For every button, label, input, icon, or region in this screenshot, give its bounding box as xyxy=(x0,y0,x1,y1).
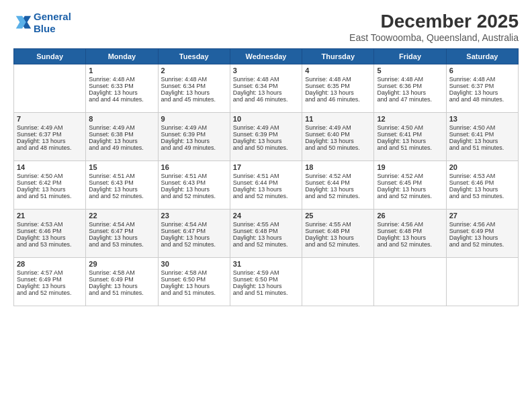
subtitle: East Toowoomba, Queensland, Australia xyxy=(349,32,519,43)
header: General Blue December 2025 East Toowoomb… xyxy=(13,11,519,43)
sunrise: Sunrise: 4:59 AM xyxy=(233,269,279,276)
calendar-cell: 19Sunrise: 4:52 AMSunset: 6:45 PMDayligh… xyxy=(374,161,446,210)
daylight: Daylight: 13 hours xyxy=(89,89,138,96)
date-number: 28 xyxy=(17,260,83,268)
daylight-cont: and and 52 minutes. xyxy=(305,193,360,199)
calendar-cell: 3Sunrise: 4:48 AMSunset: 6:34 PMDaylight… xyxy=(230,64,302,113)
date-number: 9 xyxy=(161,115,227,123)
sunrise: Sunrise: 4:55 AM xyxy=(233,221,279,228)
calendar-cell: 4Sunrise: 4:48 AMSunset: 6:35 PMDaylight… xyxy=(302,64,374,113)
calendar-cell: 6Sunrise: 4:48 AMSunset: 6:37 PMDaylight… xyxy=(446,64,518,113)
daylight-cont: and and 52 minutes. xyxy=(89,193,144,199)
daylight: Daylight: 13 hours xyxy=(305,186,354,193)
sunset: Sunset: 6:46 PM xyxy=(17,228,62,234)
sunrise: Sunrise: 4:50 AM xyxy=(377,124,423,131)
sunset: Sunset: 6:44 PM xyxy=(233,179,278,186)
daylight: Daylight: 13 hours xyxy=(233,283,282,289)
sunrise: Sunrise: 4:48 AM xyxy=(161,76,208,83)
sunset: Sunset: 6:47 PM xyxy=(89,228,134,234)
sunrise: Sunrise: 4:51 AM xyxy=(89,173,135,179)
daylight-cont: and and 53 minutes. xyxy=(449,193,504,199)
sunset: Sunset: 6:40 PM xyxy=(305,131,350,138)
sunrise: Sunrise: 4:49 AM xyxy=(161,124,208,131)
title-section: December 2025 East Toowoomba, Queensland… xyxy=(349,11,519,43)
sunrise: Sunrise: 4:49 AM xyxy=(17,124,63,131)
sunset: Sunset: 6:50 PM xyxy=(161,276,206,283)
daylight-cont: and and 46 minutes. xyxy=(233,96,288,103)
date-number: 30 xyxy=(161,260,227,268)
date-number: 13 xyxy=(449,115,515,123)
calendar-cell: 11Sunrise: 4:49 AMSunset: 6:40 PMDayligh… xyxy=(302,113,374,161)
sunset: Sunset: 6:49 PM xyxy=(449,228,494,234)
sunrise: Sunrise: 4:57 AM xyxy=(17,269,63,276)
sunrise: Sunrise: 4:58 AM xyxy=(161,269,208,276)
calendar-cell: 8Sunrise: 4:49 AMSunset: 6:38 PMDaylight… xyxy=(86,113,158,161)
sunset: Sunset: 6:42 PM xyxy=(17,179,62,186)
sunset: Sunset: 6:43 PM xyxy=(161,179,206,186)
date-number: 2 xyxy=(161,66,227,75)
sunrise: Sunrise: 4:52 AM xyxy=(305,173,351,179)
sunrise: Sunrise: 4:50 AM xyxy=(449,124,496,131)
calendar-cell: 26Sunrise: 4:56 AMSunset: 6:48 PMDayligh… xyxy=(374,210,446,258)
day-header-wednesday: Wednesday xyxy=(230,49,302,64)
calendar-cell: 18Sunrise: 4:52 AMSunset: 6:44 PMDayligh… xyxy=(302,161,374,210)
sunset: Sunset: 6:37 PM xyxy=(449,83,494,89)
day-header-row: SundayMondayTuesdayWednesdayThursdayFrid… xyxy=(14,49,519,64)
week-row-4: 21Sunrise: 4:53 AMSunset: 6:46 PMDayligh… xyxy=(14,210,519,258)
calendar-cell: 14Sunrise: 4:50 AMSunset: 6:42 PMDayligh… xyxy=(14,161,86,210)
sunset: Sunset: 6:47 PM xyxy=(161,228,206,234)
daylight: Daylight: 13 hours xyxy=(161,186,210,193)
calendar-cell: 7Sunrise: 4:49 AMSunset: 6:37 PMDaylight… xyxy=(14,113,86,161)
calendar-cell: 15Sunrise: 4:51 AMSunset: 6:43 PMDayligh… xyxy=(86,161,158,210)
daylight-cont: and and 52 minutes. xyxy=(17,289,72,296)
date-number: 24 xyxy=(233,212,299,220)
date-number: 5 xyxy=(377,66,443,75)
daylight: Daylight: 13 hours xyxy=(449,89,498,96)
daylight: Daylight: 13 hours xyxy=(233,89,282,96)
calendar-cell: 27Sunrise: 4:56 AMSunset: 6:49 PMDayligh… xyxy=(446,210,518,258)
sunrise: Sunrise: 4:48 AM xyxy=(305,76,351,83)
week-row-5: 28Sunrise: 4:57 AMSunset: 6:49 PMDayligh… xyxy=(14,258,519,306)
calendar-cell: 13Sunrise: 4:50 AMSunset: 6:41 PMDayligh… xyxy=(446,113,518,161)
calendar-cell: 24Sunrise: 4:55 AMSunset: 6:48 PMDayligh… xyxy=(230,210,302,258)
week-row-3: 14Sunrise: 4:50 AMSunset: 6:42 PMDayligh… xyxy=(14,161,519,210)
daylight-cont: and and 53 minutes. xyxy=(17,241,72,248)
date-number: 20 xyxy=(449,163,515,171)
daylight: Daylight: 13 hours xyxy=(305,89,354,96)
date-number: 29 xyxy=(89,260,154,268)
sunrise: Sunrise: 4:49 AM xyxy=(233,124,279,131)
sunrise: Sunrise: 4:48 AM xyxy=(89,76,135,83)
daylight: Daylight: 13 hours xyxy=(89,186,138,193)
daylight-cont: and and 50 minutes. xyxy=(305,144,360,151)
daylight-cont: and and 45 minutes. xyxy=(161,96,216,103)
logo: General Blue xyxy=(13,11,71,35)
calendar-body: 1Sunrise: 4:48 AMSunset: 6:33 PMDaylight… xyxy=(14,64,519,306)
calendar-cell: 31Sunrise: 4:59 AMSunset: 6:50 PMDayligh… xyxy=(230,258,302,306)
daylight: Daylight: 13 hours xyxy=(89,138,138,144)
calendar-cell: 29Sunrise: 4:58 AMSunset: 6:49 PMDayligh… xyxy=(86,258,158,306)
date-number: 26 xyxy=(377,212,443,220)
sunrise: Sunrise: 4:48 AM xyxy=(233,76,279,83)
calendar-cell: 28Sunrise: 4:57 AMSunset: 6:49 PMDayligh… xyxy=(14,258,86,306)
calendar-cell: 25Sunrise: 4:55 AMSunset: 6:48 PMDayligh… xyxy=(302,210,374,258)
daylight-cont: and and 50 minutes. xyxy=(233,144,288,151)
daylight-cont: and and 49 minutes. xyxy=(89,144,144,151)
calendar-cell xyxy=(374,258,446,306)
daylight: Daylight: 13 hours xyxy=(161,283,210,289)
calendar-cell: 30Sunrise: 4:58 AMSunset: 6:50 PMDayligh… xyxy=(158,258,230,306)
date-number: 18 xyxy=(305,163,371,171)
daylight: Daylight: 13 hours xyxy=(233,186,282,193)
daylight: Daylight: 13 hours xyxy=(161,138,210,144)
logo-text: General Blue xyxy=(34,11,71,35)
date-number: 1 xyxy=(89,66,154,75)
daylight-cont: and and 52 minutes. xyxy=(233,193,288,199)
date-number: 17 xyxy=(233,163,299,171)
calendar-cell: 5Sunrise: 4:48 AMSunset: 6:36 PMDaylight… xyxy=(374,64,446,113)
daylight-cont: and and 51 minutes. xyxy=(17,193,72,199)
calendar-table: SundayMondayTuesdayWednesdayThursdayFrid… xyxy=(13,48,519,306)
date-number: 3 xyxy=(233,66,299,75)
daylight: Daylight: 13 hours xyxy=(377,234,426,241)
calendar-cell: 16Sunrise: 4:51 AMSunset: 6:43 PMDayligh… xyxy=(158,161,230,210)
daylight: Daylight: 13 hours xyxy=(17,283,66,289)
daylight-cont: and and 52 minutes. xyxy=(377,193,432,199)
